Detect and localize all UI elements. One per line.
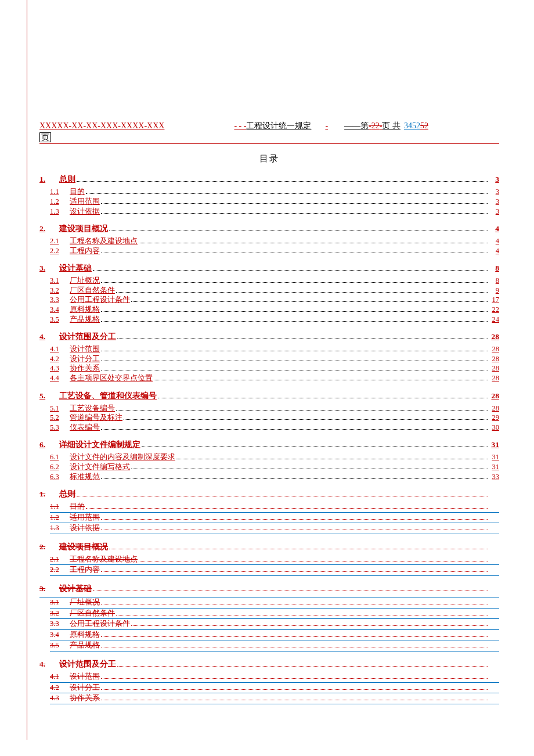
toc-link[interactable]: 目的 xyxy=(70,188,85,196)
toc-link[interactable]: 33 xyxy=(492,473,500,481)
toc-link[interactable]: 5.3 xyxy=(50,423,59,431)
toc-link[interactable]: 设计依据 xyxy=(70,207,100,215)
toc-entry[interactable]: 1.总则3 xyxy=(39,175,499,185)
toc-link[interactable]: 31 xyxy=(492,440,500,449)
toc-entry[interactable]: 1.3设计依据3 xyxy=(39,207,499,217)
toc-link[interactable]: 4 xyxy=(496,247,499,255)
toc-link[interactable]: 9 xyxy=(496,286,499,294)
toc-entry[interactable]: 5.2管道编号及标注29 xyxy=(39,413,499,423)
toc-entry[interactable]: 3.2厂区自然条件9 xyxy=(39,286,499,296)
toc-link[interactable]: 各主项界区处交界点位置 xyxy=(70,374,153,382)
toc-link[interactable]: 厂区自然条件 xyxy=(70,286,115,294)
toc-link[interactable]: 详细设计文件编制规定 xyxy=(59,440,140,449)
toc-entry[interactable]: 6.1设计文件的内容及编制深度要求31 xyxy=(39,453,499,462)
toc-link[interactable]: 24 xyxy=(492,315,500,323)
toc-entry[interactable]: 3.3公用工程设计条件17 xyxy=(39,296,499,305)
toc-link[interactable]: 4.2 xyxy=(50,355,59,363)
toc-link[interactable]: 总则 xyxy=(59,175,75,183)
toc-link[interactable]: 3 xyxy=(496,188,499,196)
toc-entry[interactable]: 1.2适用范围3 xyxy=(39,197,499,207)
toc-link[interactable]: 3 xyxy=(496,207,499,215)
toc-link[interactable]: 设计分工 xyxy=(70,355,100,363)
toc-entry[interactable]: 4.4各主项界区处交界点位置28 xyxy=(39,374,499,383)
toc-link[interactable]: 6.3 xyxy=(50,473,59,481)
toc-entry[interactable]: 3.5产品规格24 xyxy=(39,315,499,325)
toc-link[interactable]: 设计基础 xyxy=(59,264,92,272)
toc-entry[interactable]: 6.2设计文件编写格式31 xyxy=(39,463,499,472)
toc-link[interactable]: 6.1 xyxy=(50,453,59,461)
toc-link[interactable]: 4 xyxy=(495,224,499,233)
toc-link[interactable]: 设计范围及分工 xyxy=(59,332,116,341)
toc-link[interactable]: 28 xyxy=(492,391,500,400)
toc-link[interactable]: 设计范围 xyxy=(70,345,100,353)
toc-link[interactable]: 3.4 xyxy=(50,305,59,314)
toc-entry[interactable]: 4.2设计分工28 xyxy=(39,355,499,364)
toc-link[interactable]: 3.2 xyxy=(50,286,59,294)
toc-entry[interactable]: 3.4原料规格22 xyxy=(39,305,499,315)
toc-link[interactable]: 建设项目概况 xyxy=(59,224,108,233)
toc-link[interactable]: 28 xyxy=(492,374,500,382)
toc-link[interactable]: 4.1 xyxy=(50,345,59,353)
toc-entry[interactable]: 1.1目的3 xyxy=(39,188,499,197)
toc-link[interactable]: 适用范围 xyxy=(70,197,100,206)
toc-link[interactable]: 厂址概况 xyxy=(70,276,100,285)
toc-link[interactable]: 协作关系 xyxy=(70,364,100,372)
toc-link[interactable]: 4.3 xyxy=(50,364,59,372)
toc-link[interactable]: 4.4 xyxy=(50,374,59,382)
toc-link[interactable]: 设计文件编写格式 xyxy=(70,463,130,471)
toc-entry[interactable]: 6.3标准规范33 xyxy=(39,473,499,482)
toc-link[interactable]: 29 xyxy=(492,413,500,422)
toc-link[interactable]: 6. xyxy=(39,440,45,449)
toc-entry[interactable]: 2.2工程内容4 xyxy=(39,247,499,256)
toc-link[interactable]: 4. xyxy=(39,332,45,341)
toc-link[interactable]: 6.2 xyxy=(50,463,59,471)
toc-entry[interactable]: 3.1厂址概况8 xyxy=(39,276,499,286)
toc-link[interactable]: 3.1 xyxy=(50,276,59,285)
toc-link[interactable]: 28 xyxy=(492,355,500,363)
toc-entry[interactable]: 4.3协作关系28 xyxy=(39,364,499,373)
toc-entry[interactable]: 6.详细设计文件编制规定31 xyxy=(39,440,499,450)
toc-entry[interactable]: 5.3仪表编号30 xyxy=(39,423,499,433)
toc-entry[interactable]: 3.设计基础8 xyxy=(39,264,499,273)
toc-entry[interactable]: 2.建设项目概况4 xyxy=(39,224,499,234)
toc-link[interactable]: 5.1 xyxy=(50,404,59,412)
toc-link[interactable]: 公用工程设计条件 xyxy=(70,296,130,304)
toc-link[interactable]: 5. xyxy=(39,391,45,400)
toc-link[interactable]: 3.3 xyxy=(50,296,59,304)
toc-link[interactable]: 工艺设备编号 xyxy=(70,404,115,412)
toc-link[interactable]: 设计文件的内容及编制深度要求 xyxy=(70,453,175,461)
toc-link[interactable]: 3.5 xyxy=(50,315,59,323)
toc-link[interactable]: 2. xyxy=(39,224,45,233)
toc-link[interactable]: 22 xyxy=(492,305,500,314)
toc-link[interactable]: 31 xyxy=(492,453,500,461)
toc-entry[interactable]: 4.设计范围及分工28 xyxy=(39,332,499,342)
toc-link[interactable]: 2.1 xyxy=(50,237,59,245)
toc-link[interactable]: 3 xyxy=(496,197,499,206)
toc-link[interactable]: 5.2 xyxy=(50,413,59,422)
toc-link[interactable]: 仪表编号 xyxy=(70,423,100,431)
toc-link[interactable]: 4 xyxy=(496,237,499,245)
toc-link[interactable]: 28 xyxy=(492,364,500,372)
toc-link[interactable]: 标准规范 xyxy=(70,473,100,481)
toc-entry[interactable]: 5.1工艺设备编号28 xyxy=(39,404,499,413)
toc-link[interactable]: 1.1 xyxy=(50,188,59,196)
toc-link[interactable]: 管道编号及标注 xyxy=(70,413,122,422)
toc-link[interactable]: 3 xyxy=(495,175,499,183)
toc-link[interactable]: 17 xyxy=(492,296,500,304)
toc-link[interactable]: 31 xyxy=(492,463,500,471)
toc-link[interactable]: 28 xyxy=(492,332,500,341)
toc-link[interactable]: 产品规格 xyxy=(70,315,100,323)
toc-link[interactable]: 8 xyxy=(496,276,499,285)
toc-link[interactable]: 1.2 xyxy=(50,197,59,206)
toc-link[interactable]: 2.2 xyxy=(50,247,59,255)
toc-entry[interactable]: 5.工艺设备、管道和仪表编号28 xyxy=(39,391,499,401)
toc-link[interactable]: 原料规格 xyxy=(70,305,100,314)
toc-link[interactable]: 28 xyxy=(492,404,500,412)
toc-entry[interactable]: 4.1设计范围28 xyxy=(39,345,499,354)
toc-link[interactable]: 1.3 xyxy=(50,207,59,215)
toc-link[interactable]: 30 xyxy=(492,423,500,431)
toc-link[interactable]: 1. xyxy=(39,175,45,183)
toc-link[interactable]: 工程名称及建设地点 xyxy=(70,237,138,245)
toc-link[interactable]: 3. xyxy=(39,264,45,272)
toc-link[interactable]: 工程内容 xyxy=(70,247,100,255)
